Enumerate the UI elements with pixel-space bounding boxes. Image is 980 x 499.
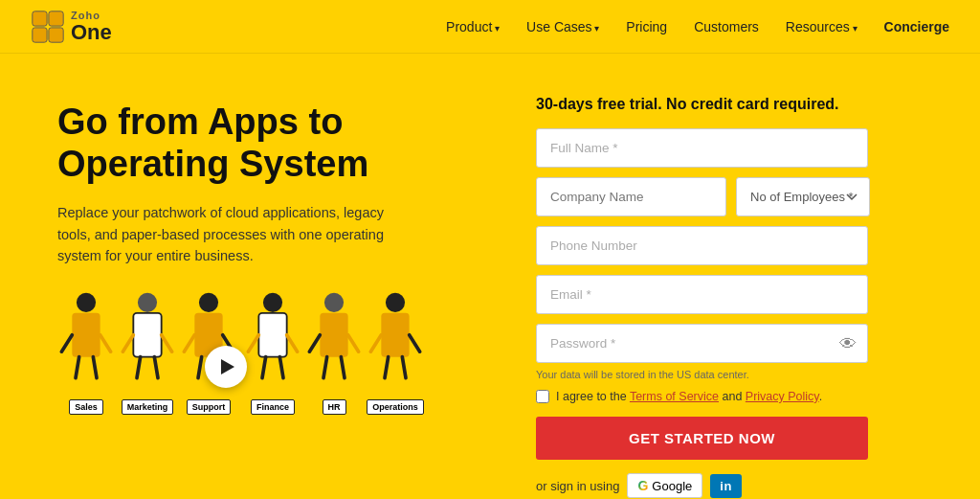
employees-select[interactable]: No of Employees *1-1011-5051-200201-5005… <box>736 177 870 216</box>
svg-point-10 <box>138 293 157 312</box>
nav-item-use-cases[interactable]: Use Cases <box>526 18 599 35</box>
google-signin-button[interactable]: G Google <box>627 473 702 498</box>
figure-support-label: Support <box>187 399 232 415</box>
nav-link-product[interactable]: Product <box>446 19 500 34</box>
figure-finance-label: Finance <box>251 399 295 415</box>
svg-line-6 <box>61 335 72 352</box>
svg-line-24 <box>248 335 258 352</box>
navbar: Zoho One Product Use Cases Pricing Custo… <box>0 0 980 54</box>
figure-hr: HR <box>305 290 363 415</box>
svg-line-15 <box>154 356 158 377</box>
terms-row: I agree to the Terms of Service and Priv… <box>536 390 868 403</box>
svg-line-7 <box>100 335 111 352</box>
logo-text: Zoho One <box>71 10 112 42</box>
svg-rect-2 <box>33 27 47 41</box>
svg-line-9 <box>93 356 97 377</box>
svg-point-22 <box>263 293 282 312</box>
svg-line-25 <box>287 335 298 352</box>
svg-rect-11 <box>133 313 161 357</box>
get-started-button[interactable]: GET STARTED NOW <box>536 417 868 460</box>
hero-section: Go from Apps to Operating System Replace… <box>57 92 498 498</box>
svg-rect-35 <box>381 313 409 357</box>
terms-text: I agree to the Terms of Service and Priv… <box>556 390 822 403</box>
svg-point-34 <box>386 293 405 312</box>
svg-line-26 <box>262 356 266 377</box>
password-input[interactable] <box>536 324 868 363</box>
svg-rect-23 <box>258 313 286 357</box>
privacy-link[interactable]: Privacy Policy <box>746 390 819 403</box>
form-title: 30-days free trial. No credit card requi… <box>536 96 868 113</box>
svg-rect-0 <box>33 11 47 25</box>
svg-point-28 <box>324 293 344 312</box>
figure-operations: Operations <box>367 290 424 415</box>
svg-line-27 <box>279 356 283 377</box>
nav-item-resources[interactable]: Resources <box>786 18 858 35</box>
svg-point-16 <box>199 293 218 312</box>
svg-line-33 <box>341 356 345 377</box>
nav-link-resources[interactable]: Resources <box>786 19 858 34</box>
linkedin-signin-button[interactable]: in <box>710 474 742 498</box>
svg-line-30 <box>309 335 320 352</box>
figure-marketing: Marketing <box>119 290 176 415</box>
figure-sales: Sales <box>57 290 115 415</box>
google-g-icon: G <box>637 478 648 493</box>
phone-input[interactable] <box>536 226 868 265</box>
main-content: Go from Apps to Operating System Replace… <box>0 54 980 499</box>
svg-line-14 <box>137 356 141 377</box>
svg-rect-3 <box>49 27 63 41</box>
svg-line-37 <box>410 335 420 352</box>
signup-form-section: 30-days free trial. No credit card requi… <box>536 92 868 498</box>
signin-row: or sign in using G Google in <box>536 473 868 498</box>
logo-one-label: One <box>71 22 112 43</box>
svg-rect-29 <box>320 313 347 357</box>
svg-line-12 <box>122 335 133 352</box>
svg-rect-5 <box>72 313 100 357</box>
company-name-input[interactable] <box>536 177 726 216</box>
figure-group-2: Finance HR <box>244 290 424 415</box>
hero-headline: Go from Apps to Operating System <box>57 102 498 185</box>
figure-sales-label: Sales <box>69 399 103 415</box>
play-icon <box>221 359 234 374</box>
google-label: Google <box>652 479 692 493</box>
fullname-input[interactable] <box>536 128 868 168</box>
svg-rect-1 <box>49 11 63 25</box>
nav-link-pricing[interactable]: Pricing <box>626 19 667 34</box>
logo-icon <box>31 10 65 44</box>
nav-link-concierge[interactable]: Concierge <box>884 19 949 34</box>
nav-item-customers[interactable]: Customers <box>694 18 759 35</box>
svg-line-20 <box>198 356 202 377</box>
play-button[interactable] <box>205 346 247 388</box>
nav-link-customers[interactable]: Customers <box>694 19 759 34</box>
data-note: Your data will be stored in the US data … <box>536 369 868 380</box>
email-input[interactable] <box>536 275 868 314</box>
company-employees-row: No of Employees *1-1011-5051-200201-5005… <box>536 177 868 216</box>
svg-line-36 <box>370 335 381 352</box>
hero-illustration: Sales Marketing <box>57 290 459 443</box>
figure-marketing-svg <box>119 290 176 396</box>
figure-hr-label: HR <box>323 399 346 415</box>
svg-line-8 <box>76 356 79 377</box>
figure-operations-label: Operations <box>367 399 424 415</box>
toggle-password-icon[interactable]: 👁 <box>839 333 857 353</box>
svg-line-38 <box>385 356 389 377</box>
svg-line-32 <box>323 356 327 377</box>
figure-finance-svg <box>244 290 301 396</box>
form-container: No of Employees *1-1011-5051-200201-5005… <box>536 128 868 498</box>
nav-item-product[interactable]: Product <box>446 18 500 35</box>
nav-item-concierge[interactable]: Concierge <box>884 18 949 35</box>
logo[interactable]: Zoho One <box>31 10 112 44</box>
nav-link-use-cases[interactable]: Use Cases <box>526 19 599 34</box>
figure-finance: Finance <box>244 290 301 415</box>
figure-hr-svg <box>305 290 363 396</box>
nav-item-pricing[interactable]: Pricing <box>626 18 667 35</box>
svg-line-13 <box>162 335 172 352</box>
svg-line-18 <box>184 335 194 352</box>
terms-checkbox[interactable] <box>536 390 549 403</box>
terms-link[interactable]: Terms of Service <box>630 390 719 403</box>
password-field-wrapper: 👁 <box>536 324 868 363</box>
hero-subtext: Replace your patchwork of cloud applicat… <box>57 202 412 266</box>
nav-menu: Product Use Cases Pricing Customers Reso… <box>446 18 949 35</box>
figure-marketing-label: Marketing <box>122 399 174 415</box>
svg-line-31 <box>348 335 359 352</box>
signin-label: or sign in using <box>536 479 619 493</box>
